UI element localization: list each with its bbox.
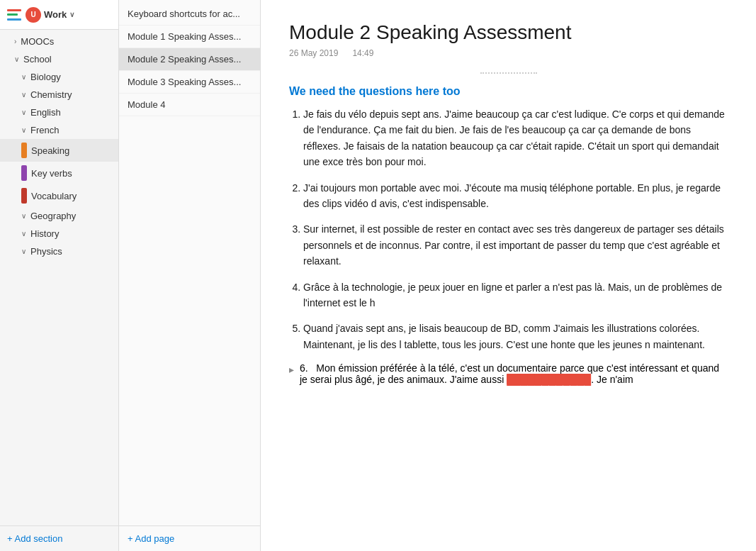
add-section-label: + Add section — [7, 533, 62, 544]
app-icon — [7, 9, 21, 21]
sidebar-item-label: History — [30, 228, 59, 239]
list-item: Quand j'avais sept ans, je lisais beauco… — [303, 321, 728, 352]
sidebar-item-label: Physics — [30, 246, 62, 257]
chevron-icon: ∨ — [21, 108, 26, 116]
sidebar-item-label: MOOCs — [21, 36, 54, 47]
page-item-label: Module 3 Speaking Asses... — [128, 77, 241, 87]
sidebar-item-label: Chemistry — [30, 89, 72, 100]
sidebar-footer: + Add section — [0, 525, 118, 551]
page-time: 14:49 — [352, 48, 373, 58]
sidebar-item-label: School — [23, 54, 52, 65]
chevron-icon: › — [14, 38, 16, 45]
list-number: 6. — [300, 362, 313, 374]
list-item-text: J'ai toujours mon portable avec moi. J'é… — [303, 182, 721, 209]
sidebar-nav: › MOOCs ∨ School ∨ Biology ∨ Chemistry ∨… — [0, 30, 118, 525]
list-item-numbered: 6. Mon émission préférée à la télé, c'es… — [300, 362, 728, 385]
app-header: U Work ∨ — [0, 0, 118, 30]
sidebar-item-biology[interactable]: ∨ Biology — [0, 68, 118, 86]
sidebar-item-moocs[interactable]: › MOOCs — [0, 33, 118, 50]
list-item-text: Mon émission préférée à la télé, c'est u… — [300, 362, 719, 385]
sidebar-item-french[interactable]: ∨ French — [0, 121, 118, 139]
chevron-icon: ∨ — [21, 247, 26, 255]
key-verbs-color-icon — [21, 165, 27, 181]
page-item[interactable]: Module 4 — [119, 94, 260, 116]
page-list: Keyboard shortcuts for ac... Module 1 Sp… — [119, 0, 260, 525]
sidebar-item-label: Speaking — [31, 145, 69, 156]
sidebar-item-physics[interactable]: ∨ Physics — [0, 243, 118, 260]
sidebar-item-key-verbs[interactable]: Key verbs — [0, 162, 118, 184]
page-date: 26 May 2019 — [289, 48, 338, 58]
chevron-icon: ∨ — [14, 55, 19, 63]
page-meta: 26 May 2019 14:49 — [289, 48, 728, 58]
content-divider — [480, 72, 537, 74]
list-item-text: Sur internet, il est possible de rester … — [303, 223, 724, 267]
sidebar-item-label: French — [30, 125, 59, 135]
sidebar: U Work ∨ › MOOCs ∨ School ∨ Biology ∨ Ch… — [0, 0, 119, 551]
list-item-text: Je fais du vélo depuis sept ans. J'aime … — [303, 108, 725, 167]
sidebar-item-school[interactable]: ∨ School — [0, 50, 118, 68]
page-title: Module 2 Speaking Assessment — [289, 21, 728, 44]
sidebar-item-english[interactable]: ∨ English — [0, 104, 118, 121]
add-section-button[interactable]: + Add section — [7, 533, 111, 544]
page-item-label: Keyboard shortcuts for ac... — [128, 9, 240, 19]
chevron-icon: ∨ — [21, 91, 26, 99]
content-list: Je fais du vélo depuis sept ans. J'aime … — [289, 106, 728, 352]
sidebar-item-label: Biology — [30, 72, 61, 82]
middle-panel: Keyboard shortcuts for ac... Module 1 Sp… — [119, 0, 261, 551]
list-item-text: Quand j'avais sept ans, je lisais beauco… — [303, 323, 705, 350]
user-workspace[interactable]: U Work ∨ — [26, 7, 74, 23]
chevron-icon: ∨ — [21, 230, 26, 238]
sidebar-item-vocabulary[interactable]: Vocabulary — [0, 184, 118, 207]
add-page-label: + Add page — [128, 533, 174, 544]
chevron-icon: ∨ — [69, 11, 74, 18]
list-item: Grâce à la technologie, je peux jouer en… — [303, 279, 728, 311]
list-item: Je fais du vélo depuis sept ans. J'aime … — [303, 106, 728, 170]
sidebar-item-speaking[interactable]: Speaking — [0, 139, 118, 162]
page-item-label: Module 2 Speaking Asses... — [128, 54, 241, 65]
sidebar-item-geography[interactable]: ∨ Geography — [0, 207, 118, 225]
redacted-text: ████████████ — [507, 374, 591, 385]
add-page-button[interactable]: + Add page — [128, 533, 252, 544]
chevron-icon: ∨ — [21, 212, 26, 220]
middle-footer: + Add page — [119, 525, 260, 551]
page-item[interactable]: Module 3 Speaking Asses... — [119, 71, 260, 94]
chevron-icon: ∨ — [21, 126, 26, 134]
workspace-name: Work — [44, 9, 67, 20]
list-item: Sur internet, il est possible de rester … — [303, 221, 728, 269]
comment-icon: ▸ — [289, 364, 294, 375]
sidebar-item-label: English — [30, 107, 61, 118]
avatar: U — [26, 7, 41, 23]
page-item-label: Module 1 Speaking Asses... — [128, 31, 241, 42]
list-item-with-comment: ▸ 6. Mon émission préférée à la télé, c'… — [289, 362, 728, 385]
list-item-text: Grâce à la technologie, je peux jouer en… — [303, 282, 722, 308]
main-content: Module 2 Speaking Assessment 26 May 2019… — [261, 0, 756, 551]
chevron-icon: ∨ — [21, 73, 26, 81]
speaking-color-icon — [21, 143, 27, 158]
page-item-active[interactable]: Module 2 Speaking Asses... — [119, 48, 260, 71]
page-item[interactable]: Module 1 Speaking Asses... — [119, 26, 260, 48]
page-item-label: Module 4 — [128, 99, 165, 110]
sidebar-item-chemistry[interactable]: ∨ Chemistry — [0, 86, 118, 104]
sidebar-item-label: Vocabulary — [31, 191, 77, 201]
sidebar-item-history[interactable]: ∨ History — [0, 225, 118, 243]
vocabulary-color-icon — [21, 188, 27, 204]
sidebar-item-label: Key verbs — [31, 168, 72, 179]
sidebar-item-label: Geography — [30, 211, 76, 221]
list-item: J'ai toujours mon portable avec moi. J'é… — [303, 180, 728, 212]
section-heading: We need the questions here too — [289, 85, 728, 98]
page-item[interactable]: Keyboard shortcuts for ac... — [119, 3, 260, 26]
